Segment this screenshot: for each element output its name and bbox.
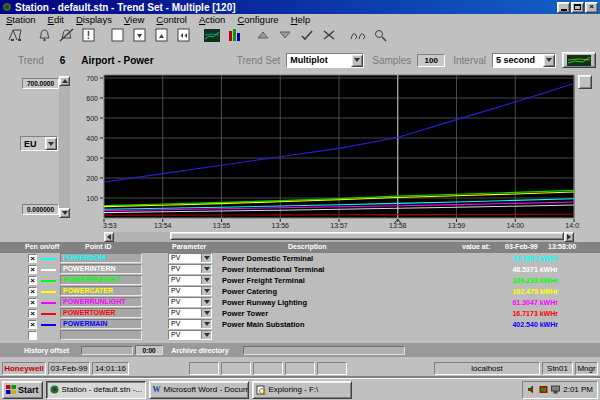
menu-view[interactable]: View: [118, 14, 150, 25]
scroll-down-button[interactable]: [59, 208, 70, 218]
menu-displays[interactable]: Displays: [70, 14, 118, 25]
parameter-select[interactable]: PV: [168, 264, 212, 274]
alarm-icon[interactable]: [33, 26, 55, 44]
chevron-down-icon[interactable]: [201, 320, 211, 328]
raise-icon[interactable]: [252, 26, 274, 44]
menu-help[interactable]: Help: [285, 14, 317, 25]
start-button[interactable]: Start: [2, 381, 43, 399]
clear-icon[interactable]: [318, 26, 340, 44]
samples-input[interactable]: 100: [417, 54, 445, 67]
zoom-icon[interactable]: [369, 26, 391, 44]
trend-set-select[interactable]: Multiplot: [286, 53, 364, 68]
pen-checkbox[interactable]: [28, 331, 37, 340]
keys-icon[interactable]: [347, 26, 369, 44]
accept-icon[interactable]: [296, 26, 318, 44]
scroll-left-button[interactable]: [104, 232, 114, 242]
scale-scrollbar[interactable]: [59, 76, 70, 218]
time-scrollbar-track[interactable]: [114, 232, 564, 242]
range-max-input[interactable]: 700.0000: [22, 78, 59, 89]
time-scrollbar[interactable]: [104, 232, 574, 242]
volume-icon[interactable]: [527, 385, 536, 394]
point-id-field[interactable]: POWERDOM: [60, 253, 142, 263]
trend-display-icon[interactable]: [201, 26, 223, 44]
chevron-down-icon[interactable]: [543, 54, 555, 67]
task-station[interactable]: Station - default.stn -...: [46, 381, 146, 399]
menu-action[interactable]: Action: [193, 14, 231, 25]
parameter-select[interactable]: PV: [168, 330, 212, 340]
station-tray-icon[interactable]: [539, 385, 548, 394]
pen-table: × POWERDOM PV Power Domestic Terminal 73…: [0, 253, 600, 341]
alarm-disable-icon[interactable]: [55, 26, 77, 44]
interval-select[interactable]: 5 second: [492, 53, 556, 68]
header-value-at: value at:: [462, 243, 490, 250]
menu-edit[interactable]: Edit: [42, 14, 70, 25]
explorer-icon: [256, 385, 266, 395]
page-icon[interactable]: [106, 26, 128, 44]
app-icon: [2, 2, 12, 12]
parameter-select[interactable]: PV: [168, 275, 212, 285]
chevron-down-icon[interactable]: [201, 265, 211, 273]
parameter-select[interactable]: PV: [168, 297, 212, 307]
chevron-down-icon[interactable]: [201, 331, 211, 339]
pen-checkbox[interactable]: ×: [28, 287, 37, 296]
history-offset-input[interactable]: [81, 346, 133, 355]
status-bar: Honeywell 03-Feb-99 14:01:16 localhost S…: [0, 360, 600, 377]
trend-set-display-button[interactable]: [562, 52, 596, 68]
trend-plot[interactable]: 1002003004005006007003:5313:5413:5513:56…: [75, 73, 580, 233]
station-icon[interactable]: [4, 26, 26, 44]
maximize-button[interactable]: [571, 2, 584, 13]
chevron-down-icon[interactable]: [201, 254, 211, 262]
parameter-select[interactable]: PV: [168, 253, 212, 263]
page-down-icon[interactable]: [128, 26, 150, 44]
page-back-icon[interactable]: [172, 26, 194, 44]
scroll-up-button[interactable]: [59, 76, 70, 86]
minimize-button[interactable]: [557, 2, 570, 13]
menu-control[interactable]: Control: [150, 14, 193, 25]
scale-scrollbar-track[interactable]: [59, 86, 70, 208]
close-button[interactable]: ×: [585, 2, 598, 13]
lower-icon[interactable]: [274, 26, 296, 44]
history-clock-field[interactable]: 0:00: [135, 345, 163, 355]
archive-directory-input[interactable]: [243, 346, 405, 355]
message-icon[interactable]: !: [77, 26, 99, 44]
svg-text:200: 200: [86, 175, 98, 182]
group-display-icon[interactable]: [223, 26, 245, 44]
parameter-select[interactable]: PV: [168, 319, 212, 329]
point-id-field[interactable]: POWERINTERN: [60, 264, 142, 274]
chevron-down-icon[interactable]: [201, 287, 211, 295]
chevron-down-icon[interactable]: [351, 54, 363, 67]
menu-configure[interactable]: Configure: [231, 14, 284, 25]
time-scrollbar-thumb[interactable]: [170, 232, 564, 240]
point-id-field[interactable]: POWERFREIGHT: [60, 275, 142, 285]
pen-checkbox[interactable]: ×: [28, 298, 37, 307]
window-title: Station - default.stn - Trend Set - Mult…: [15, 2, 556, 13]
task-explorer[interactable]: Exploring - F:\: [252, 381, 352, 399]
pen-checkbox[interactable]: ×: [28, 276, 37, 285]
plot-right-scroll-thumb[interactable]: [578, 75, 592, 89]
status-cell-empty: [285, 362, 315, 375]
point-id-field[interactable]: POWERCATER: [60, 286, 142, 296]
pen-checkbox[interactable]: ×: [28, 254, 37, 263]
pen-checkbox[interactable]: ×: [28, 320, 37, 329]
pen-checkbox[interactable]: ×: [28, 265, 37, 274]
pen-checkbox[interactable]: ×: [28, 309, 37, 318]
point-id-field[interactable]: POWERTOWER: [60, 308, 142, 318]
eu-select[interactable]: EU: [20, 136, 58, 151]
page-up-icon[interactable]: [150, 26, 172, 44]
scroll-right-button[interactable]: [564, 232, 574, 242]
chevron-down-icon[interactable]: [45, 137, 57, 150]
network-tray-icon[interactable]: [551, 385, 560, 394]
task-word[interactable]: W Microsoft Word - Document1: [149, 381, 249, 399]
menu-station[interactable]: Station: [0, 14, 42, 25]
range-min-input[interactable]: 0.000000: [22, 204, 59, 215]
parameter-select[interactable]: PV: [168, 286, 212, 296]
point-id-field[interactable]: POWERMAIN: [60, 319, 142, 329]
chevron-down-icon[interactable]: [201, 276, 211, 284]
point-id-field[interactable]: POWERRUNLIGHT: [60, 297, 142, 307]
parameter-select[interactable]: PV: [168, 308, 212, 318]
pen-description: Power Main Substation: [222, 320, 427, 329]
pen-value: 73.1963 kWHr: [448, 255, 558, 262]
chevron-down-icon[interactable]: [201, 298, 211, 306]
chevron-down-icon[interactable]: [201, 309, 211, 317]
point-id-field[interactable]: [60, 330, 142, 340]
